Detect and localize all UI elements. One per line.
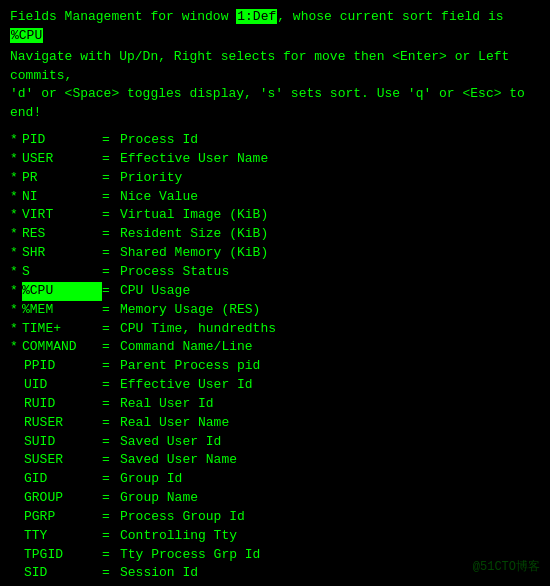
field-name: %MEM	[22, 301, 102, 320]
field-name: GID	[22, 470, 102, 489]
field-star: *	[10, 263, 22, 282]
field-description: Real User Name	[120, 414, 540, 433]
field-row[interactable]: *NI = Nice Value	[10, 188, 540, 207]
field-description: Resident Size (KiB)	[120, 225, 540, 244]
field-name: TPGID	[22, 546, 102, 565]
field-star: *	[10, 244, 22, 263]
field-row[interactable]: PPID = Parent Process pid	[10, 357, 540, 376]
field-description: Group Name	[120, 489, 540, 508]
field-equals: =	[102, 320, 120, 339]
fields-list: *PID = Process Id*USER = Effective User …	[10, 131, 540, 586]
field-name: USER	[22, 150, 102, 169]
field-equals: =	[102, 564, 120, 583]
field-description: Saved User Id	[120, 433, 540, 452]
field-equals: =	[102, 395, 120, 414]
field-equals: =	[102, 376, 120, 395]
field-row[interactable]: UID = Effective User Id	[10, 376, 540, 395]
field-row[interactable]: *RES = Resident Size (KiB)	[10, 225, 540, 244]
field-row[interactable]: *PR = Priority	[10, 169, 540, 188]
field-equals: =	[102, 546, 120, 565]
field-equals: =	[102, 206, 120, 225]
field-description: Process Status	[120, 263, 540, 282]
field-name: RUID	[22, 395, 102, 414]
field-name: GROUP	[22, 489, 102, 508]
sort-field: %CPU	[10, 28, 43, 43]
field-name: PID	[22, 131, 102, 150]
field-name: TIME+	[22, 320, 102, 339]
field-description: Group Id	[120, 470, 540, 489]
field-name: SUID	[22, 433, 102, 452]
field-row[interactable]: SUID = Saved User Id	[10, 433, 540, 452]
field-row[interactable]: *TIME+ = CPU Time, hundredths	[10, 320, 540, 339]
header-prefix: Fields Management for window	[10, 9, 236, 24]
field-row[interactable]: *PID = Process Id	[10, 131, 540, 150]
field-equals: =	[102, 414, 120, 433]
field-row[interactable]: *COMMAND = Command Name/Line	[10, 338, 540, 357]
field-equals: =	[102, 263, 120, 282]
field-star: *	[10, 131, 22, 150]
field-row[interactable]: SID = Session Id	[10, 564, 540, 583]
nav-instructions: Navigate with Up/Dn, Right selects for m…	[10, 48, 540, 123]
field-description: Process Id	[120, 131, 540, 150]
field-name: PPID	[22, 357, 102, 376]
field-star: *	[10, 225, 22, 244]
field-row[interactable]: TTY = Controlling Tty	[10, 527, 540, 546]
field-name: COMMAND	[22, 338, 102, 357]
field-row[interactable]: RUSER = Real User Name	[10, 414, 540, 433]
field-row[interactable]: GROUP = Group Name	[10, 489, 540, 508]
field-name: RUSER	[22, 414, 102, 433]
nav-line-2: 'd' or <Space> toggles display, 's' sets…	[10, 85, 540, 123]
watermark: @51CTO博客	[473, 559, 540, 576]
field-row[interactable]: *VIRT = Virtual Image (KiB)	[10, 206, 540, 225]
field-name: NI	[22, 188, 102, 207]
field-equals: =	[102, 470, 120, 489]
field-name: SUSER	[22, 451, 102, 470]
field-name: %CPU	[22, 282, 102, 301]
header-middle: , whose current sort field is	[277, 9, 503, 24]
window-id: 1:Def	[236, 9, 277, 24]
field-name: S	[22, 263, 102, 282]
field-row[interactable]: SUSER = Saved User Name	[10, 451, 540, 470]
field-equals: =	[102, 282, 120, 301]
field-name: SHR	[22, 244, 102, 263]
field-name: UID	[22, 376, 102, 395]
nav-line-1: Navigate with Up/Dn, Right selects for m…	[10, 48, 540, 86]
field-name: SID	[22, 564, 102, 583]
field-star: *	[10, 188, 22, 207]
field-star: *	[10, 169, 22, 188]
field-description: Saved User Name	[120, 451, 540, 470]
field-equals: =	[102, 338, 120, 357]
field-star: *	[10, 301, 22, 320]
field-description: Nice Value	[120, 188, 540, 207]
field-row[interactable]: GID = Group Id	[10, 470, 540, 489]
field-equals: =	[102, 451, 120, 470]
field-description: Memory Usage (RES)	[120, 301, 540, 320]
field-equals: =	[102, 489, 120, 508]
field-equals: =	[102, 131, 120, 150]
field-row[interactable]: *USER = Effective User Name	[10, 150, 540, 169]
field-equals: =	[102, 150, 120, 169]
field-row[interactable]: *%MEM = Memory Usage (RES)	[10, 301, 540, 320]
field-row[interactable]: *%CPU = CPU Usage	[10, 282, 540, 301]
field-name: VIRT	[22, 206, 102, 225]
field-equals: =	[102, 527, 120, 546]
field-description: Shared Memory (KiB)	[120, 244, 540, 263]
field-description: Real User Id	[120, 395, 540, 414]
field-equals: =	[102, 188, 120, 207]
field-equals: =	[102, 357, 120, 376]
field-description: Controlling Tty	[120, 527, 540, 546]
field-equals: =	[102, 225, 120, 244]
field-description: Virtual Image (KiB)	[120, 206, 540, 225]
field-row[interactable]: *S = Process Status	[10, 263, 540, 282]
header-line-1: Fields Management for window 1:Def, whos…	[10, 8, 540, 46]
header-section: Fields Management for window 1:Def, whos…	[10, 8, 540, 123]
field-description: Parent Process pid	[120, 357, 540, 376]
field-star: *	[10, 320, 22, 339]
field-description: Effective User Name	[120, 150, 540, 169]
field-row[interactable]: RUID = Real User Id	[10, 395, 540, 414]
field-row[interactable]: TPGID = Tty Process Grp Id	[10, 546, 540, 565]
field-row[interactable]: *SHR = Shared Memory (KiB)	[10, 244, 540, 263]
field-row[interactable]: PGRP = Process Group Id	[10, 508, 540, 527]
field-description: Effective User Id	[120, 376, 540, 395]
field-name: TTY	[22, 527, 102, 546]
